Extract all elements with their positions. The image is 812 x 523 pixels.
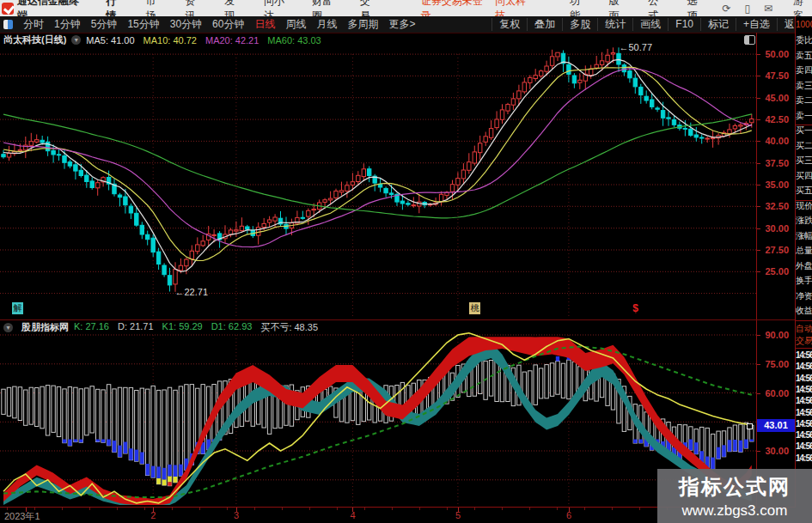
indicator-value-4: 买不亏: 48.35 xyxy=(260,321,318,334)
period-toolbar: 分时1分钟5分钟15分钟30分钟60分钟日线周线月线多周期更多> 复权叠加多股统… xyxy=(0,16,812,33)
chevron-down-icon[interactable]: ▾ xyxy=(71,35,81,45)
toolbar-button-叠加[interactable]: 叠加 xyxy=(527,18,562,31)
price-tick-47.50: 47.50 xyxy=(754,70,789,81)
chevron-down-icon[interactable]: ▾ xyxy=(3,323,13,332)
mail-icon[interactable]: ✉ xyxy=(764,3,772,15)
time-label-5: 5 xyxy=(455,510,461,520)
high-price-annotation: ←50.77 xyxy=(620,42,653,52)
price-tick-25.00: 25.00 xyxy=(754,266,789,277)
sidebar-label-涨幅[interactable]: 涨幅 xyxy=(796,230,812,242)
ma-label-5: MA5: 41.00 xyxy=(86,35,134,46)
axis-border xyxy=(756,33,757,508)
price-tick-45.00: 45.00 xyxy=(754,93,789,103)
toolbar-button-+自选[interactable]: +自选 xyxy=(736,18,777,31)
period-tab-周线[interactable]: 周线 xyxy=(285,17,306,32)
period-tab-60分钟[interactable]: 60分钟 xyxy=(212,17,244,32)
sidebar-label-买四[interactable]: 买四 xyxy=(796,170,812,182)
sidebar-label-买五[interactable]: 买五 xyxy=(796,185,812,197)
sidebar-trade-time: 14:56 xyxy=(796,441,812,451)
indicator-header: ▾ 股朋指标网 K: 27.16D: 21.71K1: 59.29D1: 62.… xyxy=(0,320,756,335)
price-tick-30.00: 30.00 xyxy=(754,223,789,234)
sidebar-label-总量[interactable]: 总量 xyxy=(796,245,812,257)
time-label-3: 3 xyxy=(234,510,239,520)
indicator-values: K: 27.16D: 21.71K1: 59.29D1: 62.93买不亏: 4… xyxy=(74,321,327,334)
event-marker-$[interactable]: $ xyxy=(630,302,641,314)
sidebar-label-净资[interactable]: 净资 xyxy=(796,290,812,302)
event-marker-桃[interactable]: 桃 xyxy=(469,302,480,314)
sidebar-trade-time: 14:56 xyxy=(796,362,812,371)
period-tab-1分钟[interactable]: 1分钟 xyxy=(54,17,81,32)
low-price-annotation: ←22.71 xyxy=(175,287,209,297)
app-logo-icon xyxy=(2,3,14,15)
period-tabs: 分时1分钟5分钟15分钟30分钟60分钟日线周线月线多周期更多> xyxy=(18,17,420,32)
price-tick-35.00: 35.00 xyxy=(754,179,789,190)
sidebar-label-换手[interactable]: 换手 xyxy=(796,275,812,287)
sidebar-trade-time: 14:56 xyxy=(796,374,812,383)
period-tab-15分钟[interactable]: 15分钟 xyxy=(127,17,159,32)
sidebar-交易-button[interactable]: 交易 xyxy=(796,335,812,347)
toolbar-button-多股[interactable]: 多股 xyxy=(562,18,597,31)
sidebar-trade-time: 14:56 xyxy=(796,396,812,405)
indicator-value-0: K: 27.16 xyxy=(74,321,109,334)
indicator-tick-90.00: 90.00 xyxy=(754,330,789,340)
current-value-box: 43.01 xyxy=(757,419,795,432)
sidebar-trade-time: 14:56 xyxy=(796,453,812,463)
sidebar-trade-time: 14:56 xyxy=(796,430,812,440)
sidebar-trade-time: 14:56 xyxy=(796,419,812,429)
price-tick-50.00: 50.00 xyxy=(754,49,789,59)
sidebar-label-买二[interactable]: 买二 xyxy=(796,140,812,152)
indicator-tick-75.00: 75.00 xyxy=(754,359,789,369)
ma-label-20: MA20: 42.21 xyxy=(205,35,259,46)
tdx-terminal-window: 通达信金融终端 行情市场资讯发现问小达财富圈交易 证券交易未登录 尚太科技 功能… xyxy=(0,0,812,523)
stock-title: 尚太科技(日线) xyxy=(3,33,66,46)
sidebar-label-外盘[interactable]: 外盘 xyxy=(796,260,812,272)
price-tick-27.50: 27.50 xyxy=(754,245,789,255)
sidebar-自动-button[interactable]: 自动 xyxy=(796,323,812,335)
toolbar-button-标记[interactable]: 标记 xyxy=(700,18,736,31)
sidebar-label-现价[interactable]: 现价 xyxy=(796,200,812,212)
indicator-value-1: D: 21.71 xyxy=(118,321,154,334)
time-label-2023年1: 2023年1 xyxy=(4,510,40,523)
time-label-4: 4 xyxy=(350,510,355,520)
toolbar-right-buttons: 复权叠加多股统计画线F10标记+自选返回 xyxy=(491,16,812,33)
price-tick-32.50: 32.50 xyxy=(754,201,789,211)
ma-label-10: MA10: 40.72 xyxy=(143,35,197,46)
mobile-icon[interactable]: ▯ xyxy=(744,3,750,15)
period-tab-多周期[interactable]: 多周期 xyxy=(347,17,378,32)
toolbar-button-F10[interactable]: F10 xyxy=(668,18,700,31)
sidebar-label-卖四[interactable]: 卖四 xyxy=(796,64,812,76)
split-window-icon[interactable] xyxy=(744,35,755,45)
sidebar-label-涨跌[interactable]: 涨跌 xyxy=(796,215,812,227)
chart-mode-icon[interactable] xyxy=(3,20,13,29)
sidebar-trade-time: 14:56 xyxy=(796,350,812,360)
period-tab-5分钟[interactable]: 5分钟 xyxy=(91,17,118,32)
quote-sidebar[interactable]: 1000委比卖五卖四卖三卖二卖一买一买二买三买四买五现价涨跌涨幅总量外盘换手净资… xyxy=(796,16,812,523)
ma-legend: MA5: 41.00MA10: 40.72MA20: 42.21MA60: 43… xyxy=(86,35,329,46)
menu-bar: 通达信金融终端 行情市场资讯发现问小达财富圈交易 证券交易未登录 尚太科技 功能… xyxy=(0,0,812,16)
sidebar-trade-time: 14:56 xyxy=(796,385,812,394)
sidebar-label-收益[interactable]: 收益 xyxy=(796,305,812,317)
time-label-6: 6 xyxy=(566,510,571,520)
indicator-value-2: K1: 59.29 xyxy=(162,321,203,334)
sidebar-label-委比[interactable]: 委比 xyxy=(796,34,812,46)
sidebar-label-买三[interactable]: 买三 xyxy=(796,155,812,167)
refresh-icon[interactable]: ⟳ xyxy=(722,3,730,15)
sidebar-label-卖二[interactable]: 卖二 xyxy=(796,94,812,106)
period-tab-30分钟[interactable]: 30分钟 xyxy=(170,17,202,32)
sidebar-label-卖一[interactable]: 卖一 xyxy=(796,110,812,122)
period-tab-月线[interactable]: 月线 xyxy=(316,17,337,32)
event-marker-解[interactable]: 解 xyxy=(12,302,23,314)
period-tab-分时[interactable]: 分时 xyxy=(23,17,44,32)
chart-canvas[interactable] xyxy=(0,33,756,507)
price-tick-37.50: 37.50 xyxy=(754,158,789,168)
toolbar-button-画线[interactable]: 画线 xyxy=(632,18,668,31)
sidebar-label-卖五[interactable]: 卖五 xyxy=(796,50,812,62)
toolbar-button-统计[interactable]: 统计 xyxy=(597,18,632,31)
watermark: 指标公式网 www.zbgs3.com xyxy=(657,469,812,523)
period-tab-日线[interactable]: 日线 xyxy=(254,17,275,32)
sidebar-label-买一[interactable]: 买一 xyxy=(796,125,812,137)
sidebar-label-卖三[interactable]: 卖三 xyxy=(796,80,812,92)
toolbar-button-复权[interactable]: 复权 xyxy=(491,18,527,31)
period-tab-更多>[interactable]: 更多> xyxy=(388,17,415,32)
ma-label-60: MA60: 43.03 xyxy=(267,35,321,46)
